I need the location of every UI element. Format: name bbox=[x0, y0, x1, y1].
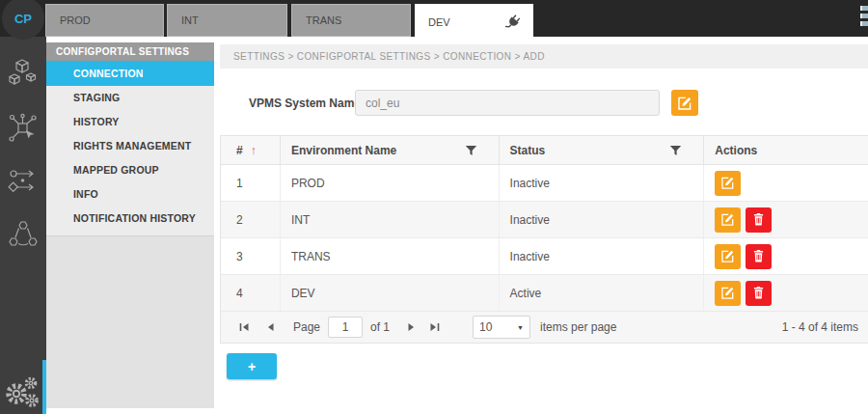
row-num: 2 bbox=[221, 202, 281, 237]
app-window: PROD INT TRANS DEV CP bbox=[0, 0, 868, 414]
column-label: Actions bbox=[715, 144, 757, 157]
last-page-icon[interactable] bbox=[428, 321, 440, 333]
row-status: Inactive bbox=[500, 202, 705, 237]
tab-label: PROD bbox=[60, 14, 91, 26]
row-status: Inactive bbox=[500, 165, 705, 201]
plug-icon bbox=[504, 14, 522, 31]
add-environment-button[interactable]: + bbox=[227, 353, 277, 379]
table-row: 2 INT Inactive bbox=[221, 202, 868, 238]
sidebar-item-history[interactable]: HISTORY bbox=[46, 110, 214, 134]
filter-icon[interactable] bbox=[669, 145, 682, 156]
sidebar-filler bbox=[46, 235, 214, 408]
delete-row-button[interactable] bbox=[746, 244, 772, 269]
vpms-system-name-input[interactable] bbox=[355, 90, 660, 116]
packages-icon[interactable] bbox=[7, 57, 40, 90]
hamburger-menu-icon[interactable] bbox=[860, 6, 868, 29]
prev-page-icon[interactable] bbox=[264, 321, 276, 333]
page-number-input[interactable] bbox=[328, 317, 363, 338]
edit-icon bbox=[721, 213, 734, 226]
column-header-status[interactable]: Status bbox=[500, 136, 705, 164]
column-label: Status bbox=[510, 144, 546, 157]
items-range-label: 1 - 4 of 4 items bbox=[782, 320, 858, 334]
trash-icon bbox=[753, 213, 764, 226]
row-actions bbox=[704, 275, 868, 311]
delete-row-button[interactable] bbox=[746, 207, 772, 233]
row-environment-name: DEV bbox=[281, 275, 500, 311]
app-logo[interactable]: CP bbox=[2, 0, 44, 40]
table-row: 1 PROD Inactive bbox=[221, 165, 868, 202]
items-per-page-label: items per page bbox=[540, 320, 616, 334]
vpms-system-name-label: VPMS System Name bbox=[249, 97, 361, 110]
row-num: 4 bbox=[221, 275, 281, 311]
sidebar-header: CONFIGPORTAL SETTINGS bbox=[46, 42, 214, 61]
column-header-environment-name[interactable]: Environment Name bbox=[281, 136, 500, 164]
tab-trans[interactable]: TRANS bbox=[291, 4, 411, 37]
row-actions bbox=[704, 238, 868, 274]
sidebar-item-notification-history[interactable]: NOTIFICATION HISTORY bbox=[46, 207, 214, 231]
settings-gears-icon[interactable] bbox=[2, 373, 42, 413]
page-size-value: 10 bbox=[479, 320, 492, 334]
page-size-select[interactable]: 10 ▼ bbox=[473, 316, 530, 339]
table-pager: Page of 1 10 ▼ items per page 1 - 4 of 4… bbox=[221, 312, 868, 344]
settings-sidebar: CONFIGPORTAL SETTINGS CONNECTION STAGING… bbox=[46, 42, 214, 408]
row-num: 1 bbox=[221, 165, 281, 201]
top-tab-bar: PROD INT TRANS DEV CP bbox=[0, 0, 868, 37]
page-label: Page bbox=[293, 320, 320, 334]
chevron-down-icon: ▼ bbox=[517, 324, 524, 331]
edit-row-button[interactable] bbox=[715, 244, 741, 269]
column-label: Environment Name bbox=[291, 144, 396, 157]
tab-label: INT bbox=[181, 14, 199, 26]
icon-sidebar bbox=[0, 37, 46, 414]
delete-row-button[interactable] bbox=[746, 281, 772, 306]
table-row: 3 TRANS Inactive bbox=[221, 238, 868, 275]
network-touch-icon[interactable] bbox=[7, 112, 40, 145]
app-logo-text: CP bbox=[14, 12, 32, 26]
sidebar-item-staging[interactable]: STAGING bbox=[46, 86, 214, 110]
edit-row-button[interactable] bbox=[715, 281, 741, 306]
row-environment-name: PROD bbox=[281, 165, 500, 201]
sidebar-item-connection[interactable]: CONNECTION bbox=[46, 61, 214, 86]
edit-row-button[interactable] bbox=[715, 171, 741, 196]
column-label: # bbox=[236, 144, 243, 157]
edit-icon bbox=[721, 177, 734, 189]
first-page-icon[interactable] bbox=[238, 321, 250, 333]
column-header-num[interactable]: # ↑ bbox=[221, 136, 281, 164]
trash-icon bbox=[753, 250, 764, 262]
row-num: 3 bbox=[221, 238, 281, 274]
row-actions bbox=[704, 202, 868, 237]
edit-icon bbox=[721, 287, 734, 299]
sidebar-item-mapped-group[interactable]: MAPPED GROUP bbox=[46, 158, 214, 182]
edit-row-button[interactable] bbox=[715, 207, 741, 233]
row-actions bbox=[704, 165, 868, 201]
row-status: Active bbox=[500, 275, 705, 311]
sidebar-item-rights-management[interactable]: RIGHTS MANAGEMENT bbox=[46, 134, 214, 158]
environments-table: # ↑ Environment Name Status Actions 1 bbox=[220, 135, 868, 344]
page-of-label: of 1 bbox=[370, 320, 390, 334]
tab-int[interactable]: INT bbox=[167, 4, 287, 37]
row-environment-name: INT bbox=[281, 202, 500, 237]
table-row: 4 DEV Active bbox=[221, 275, 868, 312]
edit-icon bbox=[678, 97, 692, 110]
plus-icon: + bbox=[248, 359, 256, 374]
row-status: Inactive bbox=[500, 238, 705, 274]
tab-label: DEV bbox=[428, 16, 450, 28]
edit-icon bbox=[721, 250, 734, 262]
edit-vpms-button[interactable] bbox=[671, 90, 698, 116]
sidebar-item-info[interactable]: INFO bbox=[46, 182, 214, 207]
tab-prod[interactable]: PROD bbox=[45, 4, 164, 37]
table-header-row: # ↑ Environment Name Status Actions bbox=[221, 136, 868, 165]
row-environment-name: TRANS bbox=[281, 238, 500, 274]
tab-label: TRANS bbox=[306, 14, 341, 26]
breadcrumb: SETTINGS > CONFIGPORTAL SETTINGS > CONNE… bbox=[220, 44, 868, 69]
workflow-icon[interactable] bbox=[7, 165, 40, 198]
sort-asc-icon: ↑ bbox=[251, 144, 257, 157]
cluster-icon[interactable] bbox=[7, 218, 40, 251]
next-page-icon[interactable] bbox=[405, 321, 417, 333]
filter-icon[interactable] bbox=[465, 145, 477, 156]
tab-dev-active[interactable]: DEV bbox=[415, 4, 533, 40]
trash-icon bbox=[753, 287, 764, 299]
column-header-actions: Actions bbox=[704, 136, 868, 164]
